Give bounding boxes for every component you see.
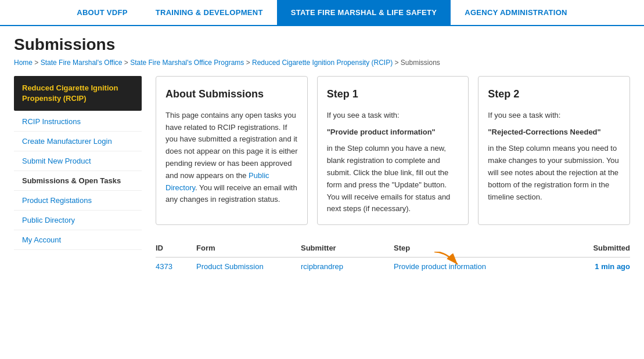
row-submitted: 1 min ago — [560, 262, 630, 271]
row-form-link[interactable]: Product Submission — [196, 262, 264, 271]
step1-highlight: "Provide product information" — [327, 126, 459, 139]
step1-body: in the Step column you have a new, blank… — [327, 143, 459, 215]
col-header-form: Form — [196, 244, 301, 252]
page-header: Submissions Home > State Fire Marshal's … — [0, 26, 644, 76]
col-header-id: ID — [156, 244, 196, 252]
breadcrumb-programs[interactable]: State Fire Marshal's Office Programs — [130, 59, 244, 67]
public-directory-link[interactable]: Public Directory — [166, 171, 269, 192]
row-step-link[interactable]: Provide product information — [394, 262, 486, 271]
about-card-body: This page contains any open tasks you ha… — [166, 110, 298, 206]
row-id: 4373 — [156, 262, 196, 271]
about-card-heading: About Submissions — [166, 86, 298, 103]
table-row: 4373 Product Submission rcipbrandrep — [156, 258, 630, 275]
content-area: About Submissions This page contains any… — [156, 76, 630, 275]
sidebar-item-rcip-active[interactable]: Reduced Cigarette Ignition Propensity (R… — [14, 76, 142, 111]
breadcrumb-state-fire-marshal[interactable]: State Fire Marshal's Office — [41, 59, 123, 67]
sidebar-link-submit-product[interactable]: Submit New Product — [14, 151, 142, 171]
step2-body: in the Step column means you need to mak… — [488, 143, 620, 203]
row-form: Product Submission — [196, 262, 301, 271]
step1-intro: If you see a task with: — [327, 110, 459, 122]
nav-fire-marshal[interactable]: STATE FIRE MARSHAL & LIFE SAFETY — [277, 0, 451, 25]
breadcrumb: Home > State Fire Marshal's Office > Sta… — [14, 59, 630, 67]
row-id-link[interactable]: 4373 — [156, 262, 172, 271]
top-navigation: ABOUT VDFP TRAINING & DEVELOPMENT STATE … — [0, 0, 644, 26]
sidebar-link-rcip-instructions[interactable]: RCIP Instructions — [14, 112, 142, 132]
row-submitter-link[interactable]: rcipbrandrep — [301, 262, 343, 271]
sidebar-link-public-directory[interactable]: Public Directory — [14, 211, 142, 230]
step1-card: Step 1 If you see a task with: "Provide … — [317, 76, 469, 225]
breadcrumb-rcip[interactable]: Reduced Cigarette Ignition Propensity (R… — [252, 59, 393, 67]
breadcrumb-current: Submissions — [401, 59, 440, 67]
col-header-submitter: Submitter — [301, 244, 394, 252]
row-submitter: rcipbrandrep — [301, 262, 394, 271]
sidebar-link-create-login[interactable]: Create Manufacturer Login — [14, 132, 142, 151]
main-layout: Reduced Cigarette Ignition Propensity (R… — [0, 76, 644, 289]
step2-highlight: "Rejected-Corrections Needed" — [488, 126, 620, 139]
table-header-row: ID Form Submitter Step Submitted — [156, 239, 630, 258]
submissions-table: ID Form Submitter Step Submitted 4373 Pr… — [156, 239, 630, 275]
sidebar-link-my-account[interactable]: My Account — [14, 230, 142, 250]
nav-about-vdfp[interactable]: ABOUT VDFP — [63, 0, 142, 25]
step2-intro: If you see a task with: — [488, 110, 620, 122]
nav-training[interactable]: TRAINING & DEVELOPMENT — [142, 0, 277, 25]
step2-heading: Step 2 — [488, 86, 620, 103]
step1-heading: Step 1 — [327, 86, 459, 103]
col-header-submitted: Submitted — [560, 244, 630, 252]
breadcrumb-home[interactable]: Home — [14, 59, 33, 67]
row-step: Provide product information — [394, 262, 545, 271]
page-title: Submissions — [14, 35, 630, 54]
cards-row: About Submissions This page contains any… — [156, 76, 630, 225]
sidebar-link-submissions[interactable]: Submissions & Open Tasks — [14, 171, 142, 191]
sidebar: Reduced Cigarette Ignition Propensity (R… — [14, 76, 142, 275]
step2-card: Step 2 If you see a task with: "Rejected… — [478, 76, 630, 225]
nav-agency-admin[interactable]: AGENCY ADMINISTRATION — [451, 0, 581, 25]
col-header-step: Step — [394, 244, 545, 252]
sidebar-link-product-registrations[interactable]: Product Registations — [14, 191, 142, 211]
about-submissions-card: About Submissions This page contains any… — [156, 76, 308, 225]
